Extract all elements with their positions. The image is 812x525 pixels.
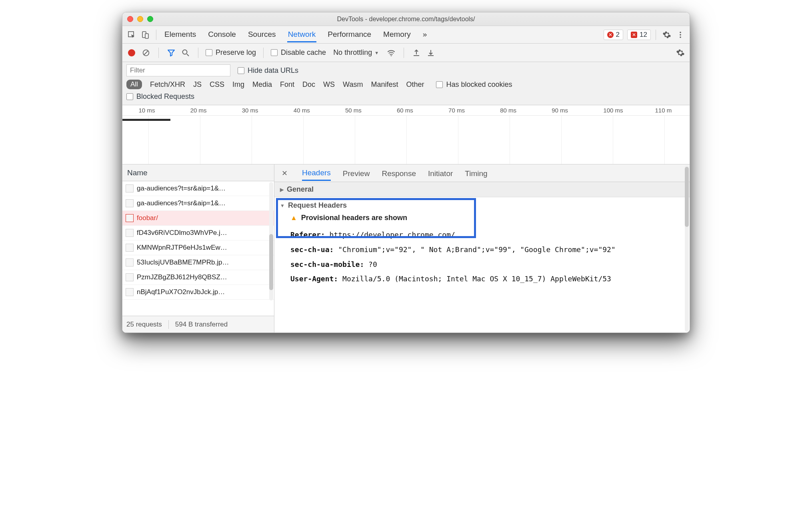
network-toolbar: Preserve log Disable cache No throttling… — [122, 44, 690, 62]
scrollbar[interactable] — [269, 182, 273, 301]
details-scrollbar[interactable] — [685, 165, 689, 332]
request-headers-header[interactable]: ▼ Request Headers — [274, 197, 690, 210]
type-ws[interactable]: WS — [323, 80, 335, 89]
filter-icon[interactable] — [166, 48, 176, 58]
preserve-log-checkbox[interactable]: Preserve log — [206, 48, 256, 57]
search-icon[interactable] — [180, 48, 191, 58]
tab-elements[interactable]: Elements — [164, 27, 197, 42]
request-name: KMNWpnRJTP6eHJs1wEw… — [137, 244, 227, 252]
overview-activity-bar — [122, 119, 170, 121]
network-conditions-icon[interactable] — [386, 48, 396, 58]
request-thumbnail — [126, 244, 134, 252]
svg-point-5 — [680, 36, 681, 38]
request-row[interactable]: foobar/ — [122, 211, 274, 226]
tab-memory[interactable]: Memory — [382, 27, 412, 42]
request-name: foobar/ — [137, 214, 158, 222]
clear-icon[interactable] — [141, 48, 151, 58]
general-section-header[interactable]: ▶ General — [274, 182, 690, 197]
throttling-value: No throttling — [333, 48, 372, 57]
export-har-icon[interactable] — [426, 48, 436, 58]
request-row[interactable]: KMNWpnRJTP6eHJs1wEw… — [122, 240, 274, 255]
request-row[interactable]: nBjAqf1PuX7O2nvJbJck.jp… — [122, 285, 274, 300]
network-settings-icon[interactable] — [675, 48, 686, 58]
overview-tick: 20 ms — [190, 107, 207, 114]
request-row[interactable]: PzmJZBgZBJ612Hy8QBSZ… — [122, 270, 274, 285]
hide-data-urls-checkbox[interactable]: Hide data URLs — [238, 66, 298, 75]
settings-icon[interactable] — [661, 29, 673, 41]
import-har-icon[interactable] — [411, 48, 422, 58]
caret-down-icon: ▼ — [280, 203, 285, 208]
blocked-requests-checkbox[interactable]: Blocked Requests — [126, 92, 194, 101]
overview-tick: 70 ms — [448, 107, 465, 114]
overview-tick: 90 ms — [552, 107, 568, 114]
has-blocked-cookies-label: Has blocked cookies — [446, 80, 512, 89]
request-thumbnail — [126, 288, 134, 296]
inspect-icon[interactable] — [126, 29, 138, 41]
svg-line-9 — [187, 54, 189, 56]
request-thumbnail — [126, 229, 134, 237]
overview-tick: 30 ms — [242, 107, 258, 114]
type-wasm[interactable]: Wasm — [343, 80, 363, 89]
chevron-down-icon: ▼ — [374, 50, 379, 55]
panel-tabs: Elements Console Sources Network Perform… — [164, 27, 428, 42]
close-details-icon[interactable]: ✕ — [279, 169, 290, 178]
request-thumbnail — [126, 273, 134, 281]
type-other[interactable]: Other — [406, 80, 424, 89]
blocked-requests-label: Blocked Requests — [136, 92, 194, 101]
overview-tick: 50 ms — [345, 107, 362, 114]
details-tabs: ✕ Headers Preview Response Initiator Tim… — [274, 164, 690, 182]
tab-response[interactable]: Response — [382, 166, 416, 180]
svg-point-10 — [391, 55, 392, 56]
type-font[interactable]: Font — [280, 80, 294, 89]
svg-point-8 — [183, 50, 187, 54]
type-css[interactable]: CSS — [210, 80, 224, 89]
type-fetch-xhr[interactable]: Fetch/XHR — [150, 80, 185, 89]
header-row: sec-ch-ua-mobile: ?0 — [274, 257, 690, 272]
record-button[interactable] — [126, 48, 137, 58]
caret-right-icon: ▶ — [280, 187, 284, 192]
header-key: sec-ch-ua-mobile: — [290, 260, 364, 269]
provisional-headers-text: Provisional headers are shown — [301, 214, 407, 222]
type-js[interactable]: JS — [193, 80, 202, 89]
request-list-header[interactable]: Name — [122, 164, 274, 181]
type-manifest[interactable]: Manifest — [371, 80, 398, 89]
has-blocked-cookies-checkbox[interactable]: Has blocked cookies — [436, 80, 512, 89]
request-row[interactable]: fD43v6RiVCDlmo3WhVPe.j… — [122, 226, 274, 240]
header-key: User-Agent: — [290, 275, 338, 283]
error-count-chip[interactable]: ✕ 2 — [604, 30, 623, 40]
header-key: Referer: — [290, 230, 325, 239]
request-row[interactable]: ga-audiences?t=sr&aip=1&… — [122, 181, 274, 196]
header-value: "Chromium";v="92", " Not A;Brand";v="99"… — [334, 245, 615, 254]
throttling-select[interactable]: No throttling ▼ — [330, 48, 382, 57]
scrollbar-thumb[interactable] — [269, 234, 273, 290]
tab-preview[interactable]: Preview — [343, 166, 370, 180]
type-doc[interactable]: Doc — [302, 80, 315, 89]
disable-cache-checkbox[interactable]: Disable cache — [271, 48, 326, 57]
type-img[interactable]: Img — [232, 80, 244, 89]
overview-tick: 80 ms — [500, 107, 516, 114]
tab-initiator[interactable]: Initiator — [428, 166, 453, 180]
request-row[interactable]: ga-audiences?t=sr&aip=1&… — [122, 196, 274, 211]
device-toolbar-icon[interactable] — [139, 29, 151, 41]
tab-sources[interactable]: Sources — [247, 27, 277, 42]
separator — [263, 48, 264, 58]
kebab-menu-icon[interactable] — [674, 29, 686, 41]
request-list-panel: Name ga-audiences?t=sr&aip=1&…ga-audienc… — [122, 164, 274, 333]
tab-performance[interactable]: Performance — [327, 27, 372, 42]
issue-count-chip[interactable]: ✕ 12 — [627, 30, 651, 40]
filter-input[interactable] — [126, 64, 230, 76]
request-row[interactable]: 53IuclsjUVBaBME7MPRb.jp… — [122, 255, 274, 270]
request-name: PzmJZBgZBJ612Hy8QBSZ… — [137, 273, 227, 281]
scrollbar-thumb[interactable] — [685, 167, 689, 227]
window-title: DevTools - developer.chrome.com/tags/dev… — [122, 16, 690, 23]
request-name: 53IuclsjUVBaBME7MPRb.jp… — [137, 258, 229, 267]
request-thumbnail — [126, 184, 134, 192]
network-overview[interactable]: 10 ms20 ms30 ms40 ms50 ms60 ms70 ms80 ms… — [122, 105, 690, 164]
type-media[interactable]: Media — [252, 80, 272, 89]
tab-console[interactable]: Console — [207, 27, 237, 42]
tab-headers[interactable]: Headers — [302, 165, 331, 181]
tab-timing[interactable]: Timing — [465, 166, 487, 180]
tabs-overflow[interactable]: » — [422, 27, 428, 42]
tab-network[interactable]: Network — [287, 27, 317, 42]
type-all[interactable]: All — [126, 80, 142, 89]
